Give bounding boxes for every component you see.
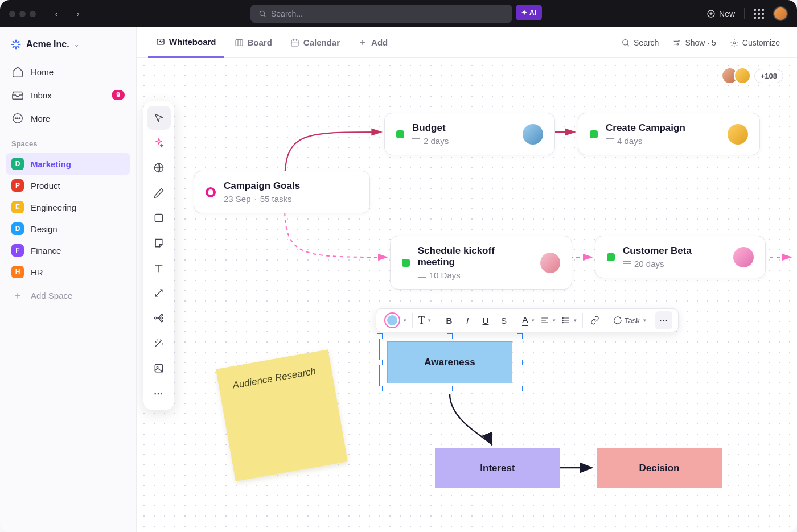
assignee-avatar[interactable] (728, 124, 748, 145)
node-kickoff[interactable]: Schedule kickoff meeting 10 Days (390, 236, 572, 290)
shape-interest[interactable]: Interest (435, 448, 560, 488)
global-search-input[interactable]: Search... (250, 5, 512, 23)
tool-pen[interactable] (147, 181, 171, 205)
tool-palette: ⋯ (143, 101, 174, 410)
space-color-icon: D (11, 222, 24, 235)
convert-task-button[interactable]: Task▾ (611, 311, 648, 329)
connector-icon (153, 287, 165, 299)
more-format-button[interactable]: ⋯ (655, 311, 672, 329)
new-button[interactable]: New (706, 9, 735, 18)
nav-back-button[interactable]: ‹ (48, 6, 64, 22)
node-create-campaign[interactable]: Create Campaign 4 days (578, 113, 760, 155)
customize-button[interactable]: Customize (724, 38, 786, 47)
tab-board[interactable]: Board (227, 27, 280, 58)
svg-rect-14 (155, 214, 162, 221)
main-area: Whiteboard Board Calendar ＋ Add Search (137, 27, 797, 532)
window-controls[interactable] (9, 11, 36, 17)
svg-rect-8 (291, 40, 298, 46)
space-item-marketing[interactable]: DMarketing (6, 153, 130, 175)
sticky-note[interactable]: Audience Research (216, 349, 348, 481)
space-color-icon: F (11, 244, 24, 257)
link-button[interactable] (586, 311, 603, 329)
plus-icon: ＋ (358, 36, 367, 48)
chevron-down-icon: ⌄ (74, 41, 79, 48)
tool-magic[interactable] (147, 331, 171, 355)
space-label: Marketing (31, 159, 71, 169)
show-button[interactable]: Show · 5 (667, 38, 721, 47)
tool-image[interactable] (147, 356, 171, 380)
fill-color-button[interactable]: ▾ (382, 311, 409, 329)
space-label: HR (31, 267, 43, 277)
nav-home[interactable]: Home (6, 60, 130, 83)
tool-mindmap[interactable] (147, 306, 171, 330)
status-ring-icon (206, 187, 216, 197)
sparkle-icon: ✦ (521, 9, 527, 17)
tab-calendar[interactable]: Calendar (282, 27, 348, 58)
shape-awareness[interactable]: Awareness (387, 341, 512, 383)
presence-more[interactable]: +108 (754, 69, 783, 83)
inbox-icon (11, 89, 24, 101)
search-view-button[interactable]: Search (615, 38, 664, 47)
font-button[interactable]: T▾ (416, 311, 433, 329)
bold-button[interactable]: B (441, 311, 458, 329)
presence-avatar[interactable] (734, 67, 751, 84)
tool-shape[interactable] (147, 206, 171, 230)
refresh-icon (613, 316, 622, 325)
board-icon (235, 38, 244, 47)
node-budget[interactable]: Budget 2 days (384, 113, 555, 155)
text-color-button[interactable]: A▾ (520, 311, 537, 329)
space-item-hr[interactable]: HHR (6, 261, 130, 283)
workspace-switcher[interactable]: Acme Inc. ⌄ (6, 35, 130, 53)
tool-text[interactable] (147, 256, 171, 280)
presence-avatars[interactable]: +108 (721, 67, 783, 84)
space-item-engineering[interactable]: EEngineering (6, 196, 130, 218)
more-horizontal-icon (11, 112, 24, 125)
tool-more[interactable]: ⋯ (147, 381, 171, 405)
tab-whiteboard[interactable]: Whiteboard (148, 27, 224, 58)
space-item-finance[interactable]: FFinance (6, 240, 130, 261)
assignee-avatar[interactable] (523, 124, 543, 145)
align-button[interactable]: ▾ (538, 311, 558, 329)
tool-web[interactable] (147, 156, 171, 180)
shape-decision[interactable]: Decision (597, 448, 722, 488)
space-item-product[interactable]: PProduct (6, 175, 130, 196)
globe-icon (153, 162, 165, 174)
node-campaign-goals[interactable]: Campaign Goals 23 Sep·55 tasks (194, 171, 370, 213)
cursor-icon (153, 112, 165, 123)
nav-inbox[interactable]: Inbox 9 (6, 84, 130, 106)
home-icon (11, 65, 24, 78)
status-square-icon (607, 253, 615, 261)
nav-forward-button[interactable]: › (70, 6, 86, 22)
pen-icon (153, 187, 165, 199)
add-space-button[interactable]: ＋ Add Space (6, 283, 130, 307)
strikethrough-button[interactable]: S (495, 311, 512, 329)
italic-button[interactable]: I (459, 311, 476, 329)
whiteboard-icon (156, 38, 165, 47)
tool-select[interactable] (147, 106, 171, 130)
sidebar: Acme Inc. ⌄ Home Inbox 9 More Spaces DMa… (0, 27, 137, 532)
sliders-icon (672, 38, 681, 47)
status-square-icon (396, 130, 404, 138)
description-icon (623, 261, 631, 267)
nav-more[interactable]: More (6, 107, 130, 130)
tab-add-view[interactable]: ＋ Add (350, 27, 396, 58)
user-avatar[interactable] (773, 6, 788, 21)
whiteboard-canvas[interactable]: +108 ⋯ (137, 58, 797, 532)
list-button[interactable]: ▾ (559, 311, 579, 329)
description-icon (412, 138, 420, 144)
svg-point-4 (17, 118, 18, 119)
svg-point-22 (562, 320, 563, 320)
assignee-avatar[interactable] (733, 247, 754, 267)
space-item-design[interactable]: DDesign (6, 218, 130, 240)
mindmap-icon (153, 312, 165, 324)
space-label: Product (31, 181, 60, 191)
ai-button[interactable]: ✦ AI (516, 5, 542, 20)
node-customer-beta[interactable]: Customer Beta 20 days (595, 236, 766, 278)
apps-grid-icon[interactable] (754, 9, 764, 19)
tool-ai[interactable] (147, 131, 171, 155)
tool-connector[interactable] (147, 281, 171, 305)
assignee-avatar[interactable] (540, 253, 560, 273)
svg-point-3 (15, 118, 16, 119)
underline-button[interactable]: U (477, 311, 494, 329)
tool-sticky[interactable] (147, 231, 171, 255)
